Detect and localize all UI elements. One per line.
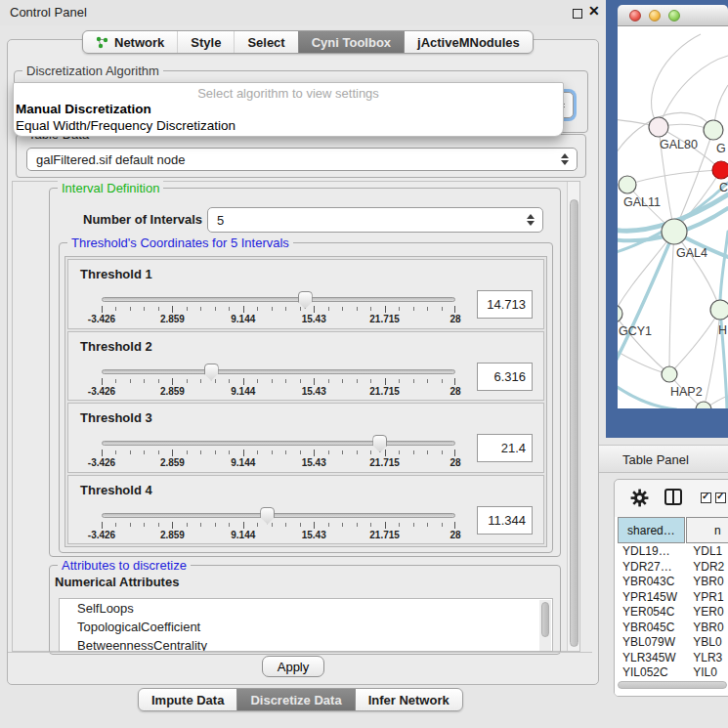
cell-shared-name[interactable]: YPR145W	[618, 590, 685, 606]
cell-name[interactable]: YLR3	[685, 651, 728, 666]
threshold-4-value-field[interactable]: 11.344	[477, 506, 533, 535]
cell-shared-name[interactable]: YER054C	[618, 605, 685, 621]
table-panel-titlebar: Table Panel	[599, 445, 728, 473]
tab-jactivemnodules[interactable]: jActiveMNodules	[404, 31, 533, 53]
settings-vertical-scrollbar[interactable]	[567, 182, 579, 651]
dropdown-option-equal-width-frequency[interactable]: Equal Width/Frequency Discretization	[14, 117, 563, 134]
group-title: Threshold's Coordinates for 5 Intervals	[67, 236, 293, 250]
table-row[interactable]: YPR145WYPR1	[618, 590, 728, 606]
column-header-name[interactable]: n	[686, 517, 728, 543]
tick-label: 28	[450, 530, 460, 540]
minimize-traffic-light-icon[interactable]	[649, 10, 661, 21]
table-row[interactable]: YIL052CYIL0	[618, 665, 728, 681]
cell-name[interactable]: YBR0	[685, 621, 728, 636]
table-row[interactable]: YER054CYER0	[618, 605, 728, 621]
cell-name[interactable]: YBL0	[685, 635, 728, 651]
table-row[interactable]: YDL19…YDL1	[618, 544, 728, 560]
tab-discretize-data[interactable]: Discretize Data	[236, 689, 354, 710]
network-window: GAL80GCGAL11GAL4GCY1HHAP2	[618, 5, 728, 408]
dropdown-option-manual-discretization[interactable]: Manual Discretization	[14, 101, 563, 117]
float-window-icon[interactable]	[573, 9, 582, 19]
cell-shared-name[interactable]: YDR27…	[618, 560, 685, 576]
tab-cyni-toolbox[interactable]: Cyni Toolbox	[298, 31, 404, 53]
cell-name[interactable]: YDR2	[685, 560, 728, 576]
checkbox-icon[interactable]	[701, 492, 711, 503]
top-tab-bar: Network Style Select Cyni Toolbox jActiv…	[82, 30, 534, 54]
gear-icon[interactable]	[630, 489, 649, 507]
cell-name[interactable]: YIL0	[685, 665, 728, 681]
tab-style[interactable]: Style	[177, 31, 234, 53]
threshold-label: Threshold 2	[80, 339, 152, 354]
threshold-3-value-field[interactable]: 21.4	[477, 434, 533, 462]
numerical-attributes-list[interactable]: SelfLoopsTopologicalCoefficientBetweenne…	[59, 598, 553, 652]
tab-network[interactable]: Network	[83, 31, 177, 53]
cell-name[interactable]: YDL1	[685, 544, 728, 560]
threshold-slider-track[interactable]	[102, 297, 455, 302]
threshold-1-row: Threshold 1 -3.4262.8599.14415.4321.7152…	[67, 259, 544, 329]
tick-label: 9.144	[231, 386, 255, 397]
network-node-hap2[interactable]	[662, 366, 677, 382]
cell-shared-name[interactable]: YBR045C	[618, 621, 685, 636]
number-of-intervals-value: 5	[217, 213, 224, 228]
close-icon[interactable]: ✕	[588, 3, 600, 19]
tick-label: 2.859	[160, 386, 185, 397]
threshold-2-value-field[interactable]: 6.316	[477, 363, 533, 391]
network-node[interactable]	[696, 402, 711, 408]
network-node-g[interactable]	[704, 120, 723, 140]
table-rows: YDL19…YDL1YDR27…YDR2YBR043CYBR0YPR145WYP…	[618, 544, 728, 681]
attribute-list-item[interactable]: SelfLoops	[60, 599, 552, 618]
cell-shared-name[interactable]: YBL079W	[618, 635, 685, 651]
scrollbar-thumb[interactable]	[570, 199, 578, 647]
threshold-slider-track[interactable]	[102, 369, 455, 374]
attribute-list-item[interactable]: BetweennessCentrality	[60, 636, 552, 652]
stepper-arrows-icon	[527, 214, 535, 226]
tab-select[interactable]: Select	[234, 31, 297, 53]
tick-label: 9.144	[231, 314, 255, 324]
table-panel-toolbar	[615, 480, 728, 517]
table-row[interactable]: YLR345WYLR3	[618, 651, 728, 666]
cell-name[interactable]: YBR0	[685, 575, 728, 590]
group-title: Interval Definition	[58, 181, 163, 195]
threshold-slider-track[interactable]	[102, 513, 455, 518]
number-of-intervals-spinner[interactable]: 5	[207, 207, 543, 233]
cell-name[interactable]: YER0	[685, 605, 728, 621]
network-canvas[interactable]: GAL80GCGAL11GAL4GCY1HHAP2	[618, 26, 728, 408]
checkbox-icon[interactable]	[715, 492, 726, 503]
network-node-gal11[interactable]	[619, 176, 636, 193]
attribute-list-item[interactable]: TopologicalCoefficient	[60, 618, 552, 636]
tab-infer-network[interactable]: Infer Network	[355, 689, 462, 710]
network-node-c[interactable]	[712, 161, 728, 179]
close-traffic-light-icon[interactable]	[629, 10, 641, 21]
zoom-traffic-light-icon[interactable]	[668, 10, 680, 21]
table-row[interactable]: YBR043CYBR0	[618, 575, 728, 590]
tab-label: Style	[191, 35, 221, 50]
table-row[interactable]: YDR27…YDR2	[618, 560, 728, 576]
column-header-shared-name[interactable]: shared…	[618, 517, 685, 543]
tab-impute-data[interactable]: Impute Data	[139, 689, 236, 710]
cell-shared-name[interactable]: YLR345W	[618, 651, 685, 666]
table-panel-body: shared… n YDL19…YDL1YDR27…YDR2YBR043CYBR…	[614, 479, 728, 697]
network-window-titlebar[interactable]	[618, 5, 728, 26]
threshold-slider-track[interactable]	[102, 441, 455, 446]
cell-shared-name[interactable]: YDL19…	[618, 544, 685, 560]
network-node-h[interactable]	[710, 300, 728, 320]
threshold-1-value-field[interactable]: 14.713	[477, 290, 533, 319]
table-row[interactable]: YBL079WYBL0	[618, 635, 728, 651]
network-node-gal80[interactable]	[649, 117, 668, 137]
slider-scale-labels: -3.4262.8599.14415.4321.71528	[102, 530, 455, 541]
cell-name[interactable]: YPR1	[685, 590, 728, 606]
split-view-icon[interactable]	[664, 489, 682, 505]
apply-button[interactable]: Apply	[262, 656, 324, 677]
network-node-gal4[interactable]	[662, 219, 687, 244]
cell-shared-name[interactable]: YIL052C	[618, 665, 685, 681]
node-label: GAL11	[623, 195, 661, 209]
node-label: GCY1	[619, 324, 652, 338]
network-node-gcy1[interactable]	[618, 305, 622, 322]
table-row[interactable]: YBR045CYBR0	[618, 621, 728, 636]
attributes-list-scrollbar[interactable]	[539, 600, 551, 652]
tick-label: 9.144	[231, 457, 255, 468]
table-data-combobox[interactable]: galFiltered.sif default node	[26, 148, 578, 171]
scrollbar-thumb[interactable]	[541, 602, 549, 637]
table-horizontal-scrollbar[interactable]	[618, 681, 727, 689]
cell-shared-name[interactable]: YBR043C	[618, 575, 685, 590]
